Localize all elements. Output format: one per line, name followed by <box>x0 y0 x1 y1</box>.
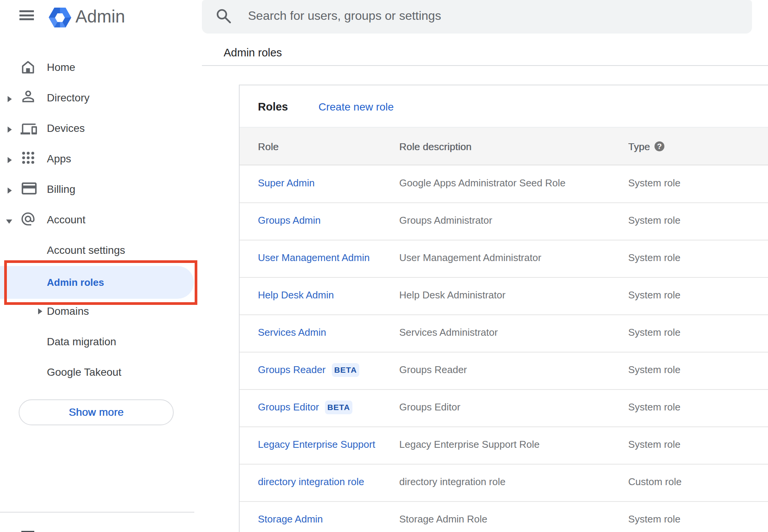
svg-text:?: ? <box>657 142 662 151</box>
